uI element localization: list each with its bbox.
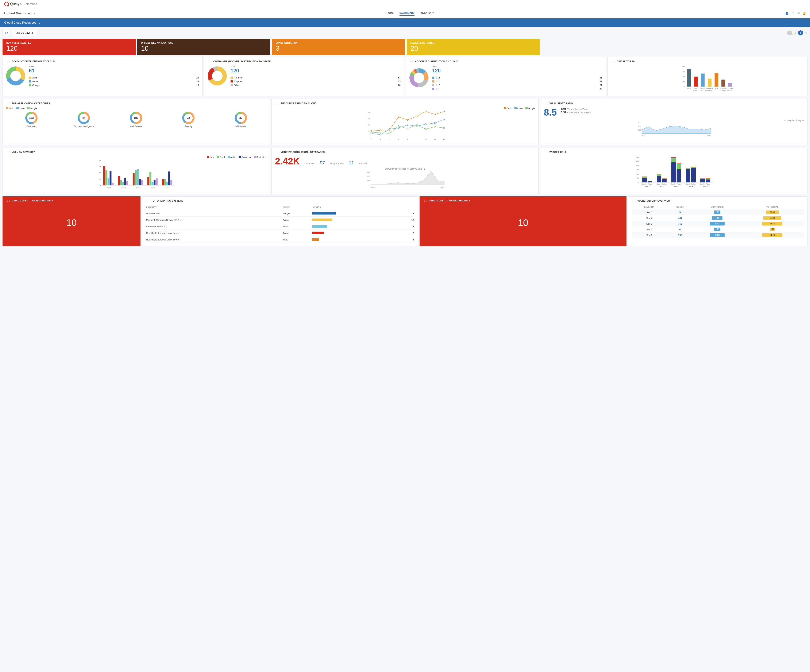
svg-text:1: 1 [371,138,372,140]
svg-text:100: 100 [368,130,371,132]
svg-text:to restr..: to restr.. [727,89,733,91]
svg-text:0: 0 [370,136,371,138]
card-top-os: ⋮⋮TOP OPERATING SYSTEMSPRODUCTCLOUDASSET… [142,196,418,247]
svg-point-55 [389,128,390,130]
dashboard-title[interactable]: Unified Dashboard ▾ [4,12,35,15]
drag-handle-icon[interactable]: ⋮⋮ [275,102,280,105]
table-row[interactable]: Red Hat Enterprise Linux ServerAWS4 [146,236,414,243]
svg-rect-103 [154,180,155,186]
table-row[interactable]: Sev 224158127 [632,226,804,232]
alert-icon[interactable]: 🔔 [803,12,806,15]
row-b: ⋮⋮TOP APPLICATION CATEGORIES AWS Azure G… [0,99,810,148]
svg-point-59 [425,123,426,125]
card-vmdr: ⋮⋮VMDR PRIORITIZATION - DATABASES2.42KIn… [272,148,539,194]
stat-card[interactable]: SCANS WITH ERROR3 [272,39,405,55]
gear-icon[interactable]: ⚙ [424,168,425,170]
vmdr-subtitle: Showing Vulnerabilities for Last 91 Days… [275,168,535,170]
add-widget-button[interactable]: + [798,30,803,35]
table-row[interactable]: Microsoft Windows Server 2012...Azure12 [146,217,414,223]
svg-text:0: 0 [638,182,640,184]
cvss-title: TOTAL CVSS 7 + VULNERABILITIES [429,199,470,202]
date-range-select[interactable]: Last 30 Days ▾ [12,30,37,36]
drag-handle-icon[interactable]: ⋮⋮ [544,102,548,105]
svg-rect-173 [691,167,696,167]
logo-icon [4,2,9,6]
svg-text:0: 0 [684,86,685,88]
card-owasp: ⋮⋮OWASP TOP 100255075100CSSSQLInjectionB… [608,57,807,96]
donut-chart [6,66,25,86]
th: ASSETS [312,205,403,210]
svg-text:Today: Today [440,186,444,188]
context-bar[interactable]: Global Cloud Resources ⌄ [0,19,810,27]
legend-row: Stopped33 [231,79,401,83]
svg-text:15: 15 [434,138,436,140]
svg-text:600: 600 [367,171,370,173]
card-title-text: CONTAINER (DOCKER) DISTRIBUTION BY STATE [213,60,271,62]
nav-tab-home[interactable]: HOME [386,10,393,16]
svg-text:50: 50 [683,76,685,78]
gear-icon[interactable]: ⚙ [802,119,804,122]
nav-tab-dashboard[interactable]: DASHBOARD [400,10,415,16]
drag-handle-icon[interactable]: ⋮⋮ [632,200,636,202]
svg-text:Confi..: Confi.. [656,183,662,185]
svg-text:400: 400 [367,176,370,177]
drag-handle-icon[interactable]: ⋮⋮ [544,151,548,153]
svg-rect-88 [118,176,120,186]
svg-rect-146 [662,179,667,179]
svg-rect-108 [166,182,168,186]
card-account-distribution-2: ⋮⋮ACCOUNT DISTRIBUTION BY CLOUDTotal1201… [406,57,606,96]
svg-text:600: 600 [638,122,641,123]
drag-handle-icon[interactable]: ⋮⋮ [146,200,150,202]
table-row[interactable]: Sev 44614443134 [632,215,804,221]
svg-text:Today: Today [706,135,711,137]
svg-point-56 [398,127,399,129]
card-title-text: TOP OPERATING SYSTEMS [151,199,183,202]
svg-rect-90 [122,182,124,186]
drag-handle-icon[interactable]: ⋮⋮ [6,60,10,62]
dark-mode-toggle[interactable] [787,30,796,35]
svg-text:1200: 1200 [636,156,640,158]
table-row[interactable]: Sev 376312883570 [632,221,804,226]
drag-handle-icon[interactable]: ⋮⋮ [208,60,212,62]
svg-text:Confi..: Confi.. [642,183,647,185]
svg-text:Sev 3: Sev 3 [674,185,678,187]
svg-point-63 [380,132,381,133]
owasp-chart: 0255075100CSSSQLInjectionBrokenAuth..Sen… [611,65,804,93]
table-row[interactable]: Sev 5681551399 [632,209,804,215]
nav-tab-inventory[interactable]: INVENTORY [420,10,434,16]
drag-handle-icon[interactable]: ⋮⋮ [275,151,280,153]
table-row[interactable]: Sev 176312883570 [632,232,804,238]
svg-rect-85 [110,171,111,186]
drag-handle-icon[interactable]: ⋮⋮ [6,151,10,153]
tag-filter-button[interactable]: 🏷 [3,30,10,36]
help-icon[interactable]: ❔ [791,12,795,15]
svg-rect-184 [706,179,710,182]
svg-text:Sev 1: Sev 1 [703,185,708,187]
mail-icon[interactable]: ✉ [798,12,800,15]
drag-handle-icon[interactable]: ⋮⋮ [611,60,616,62]
table-row[interactable]: Red Hat Enterprise Linux ServerAzure7 [146,230,414,236]
stat-card[interactable]: MALWARE DETECTED20 [407,39,540,55]
svg-rect-83 [105,170,107,186]
svg-point-47 [398,116,399,118]
svg-text:Sev 2: Sev 2 [151,187,155,189]
svg-rect-160 [677,164,681,164]
svg-text:CSS: CSS [687,88,690,89]
drag-handle-icon[interactable]: ⋮⋮ [6,102,10,105]
stat-card[interactable]: NEW VULNERABILTIES120 [3,39,136,55]
table-row[interactable]: Amazon Linux 2017AWS9 [146,224,414,230]
mini-donut: 133Databases [6,112,57,128]
card-title-text: VMDR PRIORITIZATION - DATABASES [280,151,325,153]
stat-value: 10 [141,44,267,52]
gear-icon[interactable]: ⚙ [805,31,807,34]
vmdr-chart: 020040060011/19Today [275,171,535,189]
svg-text:11: 11 [416,138,418,140]
th: CLOUD [283,205,312,210]
table-row[interactable]: Ubuntu LinuxGoogle14 [146,211,414,217]
stat-card[interactable]: OFFLINE WEB APPLICATIONS10 [137,39,270,55]
drag-handle-icon[interactable]: ⋮⋮ [409,60,414,62]
os-table: PRODUCTCLOUDASSETSUbuntu LinuxGoogle14Mi… [146,204,415,243]
svg-rect-86 [111,183,113,186]
user-icon[interactable]: 👤 [785,12,788,15]
svg-text:Injection: Injection [693,89,699,91]
